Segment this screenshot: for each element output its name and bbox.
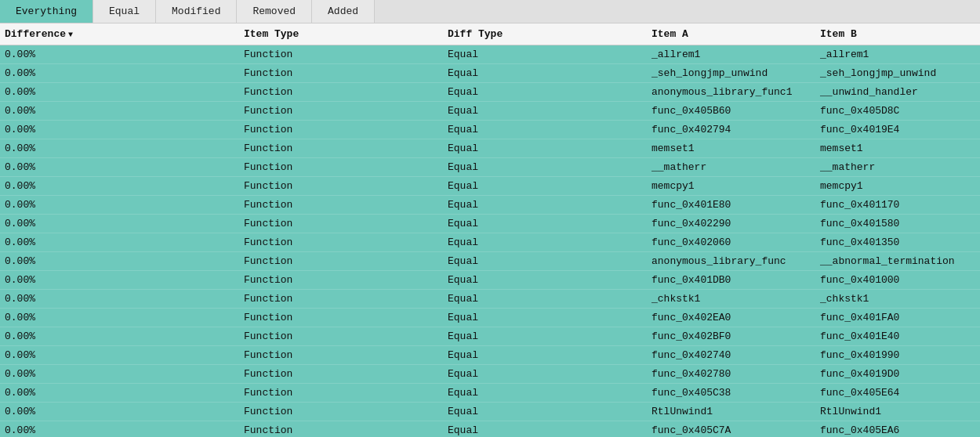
table-row[interactable]: 0.00%FunctionEqualfunc_0x402BF0func_0x40… [0,327,980,346]
cell-item-a: RtlUnwind1 [647,406,815,417]
cell-difference: 0.00% [0,161,239,173]
table-row[interactable]: 0.00%FunctionEqualfunc_0x402290func_0x40… [0,215,980,233]
cell-difference: 0.00% [0,237,239,248]
cell-item-a: _allrem1 [647,49,815,60]
cell-item-type: Function [239,67,443,79]
cell-difference: 0.00% [0,67,239,79]
cell-item-a: __matherr [647,161,815,173]
cell-item-b: _chkstk1 [815,293,980,305]
cell-item-type: Function [239,293,443,305]
cell-item-a: func_0x402794 [647,124,815,135]
table-row[interactable]: 0.00%FunctionEqualfunc_0x405C38func_0x40… [0,384,980,403]
table-row[interactable]: 0.00%FunctionEqualfunc_0x402740func_0x40… [0,346,980,365]
table-row[interactable]: 0.00%FunctionEqualfunc_0x401E80func_0x40… [0,196,980,215]
table-row[interactable]: 0.00%FunctionEqualfunc_0x405C7Afunc_0x40… [0,421,980,437]
cell-diff-type: Equal [443,67,647,79]
column-diff-type[interactable]: Diff Type [443,28,647,40]
cell-item-b: memset1 [815,143,980,154]
cell-difference: 0.00% [0,368,239,380]
cell-difference: 0.00% [0,293,239,305]
column-item-b[interactable]: Item B [815,28,980,40]
table-row[interactable]: 0.00%FunctionEqualfunc_0x402EA0func_0x40… [0,309,980,327]
table-row[interactable]: 0.00%FunctionEqualmemcpy1memcpy1 [0,177,980,196]
cell-difference: 0.00% [0,199,239,211]
column-item-a-label: Item A [652,28,688,40]
table-row[interactable]: 0.00%FunctionEqualfunc_0x402780func_0x40… [0,365,980,384]
tab-modified[interactable]: Modified [156,0,237,23]
cell-item-b: func_0x405D8C [815,105,980,117]
table-row[interactable]: 0.00%FunctionEqualfunc_0x401DB0func_0x40… [0,271,980,290]
table-row[interactable]: 0.00%FunctionEqualanonymous_library_func… [0,252,980,271]
cell-difference: 0.00% [0,49,239,60]
cell-diff-type: Equal [443,406,647,417]
column-difference[interactable]: Difference▼ [0,28,239,40]
cell-item-b: func_0x401350 [815,237,980,248]
cell-difference: 0.00% [0,274,239,286]
cell-diff-type: Equal [443,124,647,135]
cell-item-type: Function [239,255,443,267]
table-row[interactable]: 0.00%FunctionEqualfunc_0x405B60func_0x40… [0,102,980,121]
cell-item-b: __unwind_handler [815,86,980,98]
cell-item-b: func_0x401580 [815,218,980,229]
tabs-bar: EverythingEqualModifiedRemovedAdded [0,0,980,23]
cell-difference: 0.00% [0,143,239,154]
table-row[interactable]: 0.00%FunctionEqualfunc_0x402060func_0x40… [0,233,980,252]
column-item-type[interactable]: Item Type [239,28,443,40]
cell-diff-type: Equal [443,330,647,342]
cell-difference: 0.00% [0,406,239,417]
cell-item-a: func_0x402EA0 [647,312,815,323]
cell-item-type: Function [239,218,443,229]
tab-added[interactable]: Added [312,0,375,23]
cell-item-a: func_0x405B60 [647,105,815,117]
tab-removed[interactable]: Removed [237,0,312,23]
cell-difference: 0.00% [0,312,239,323]
table-row[interactable]: 0.00%FunctionEqual_chkstk1_chkstk1 [0,290,980,309]
cell-item-type: Function [239,199,443,211]
cell-diff-type: Equal [443,293,647,305]
table-row[interactable]: 0.00%FunctionEqualfunc_0x402794func_0x40… [0,121,980,139]
table-row[interactable]: 0.00%FunctionEqual_seh_longjmp_unwind_se… [0,64,980,83]
table-row[interactable]: 0.00%FunctionEqual_allrem1_allrem1 [0,45,980,64]
cell-item-a: func_0x405C38 [647,387,815,399]
cell-difference: 0.00% [0,255,239,267]
table-body: 0.00%FunctionEqual_allrem1_allrem10.00%F… [0,45,980,437]
table-row[interactable]: 0.00%FunctionEqualmemset1memset1 [0,139,980,158]
cell-diff-type: Equal [443,86,647,98]
table-row[interactable]: 0.00%FunctionEqual__matherr__matherr [0,158,980,177]
cell-diff-type: Equal [443,387,647,399]
cell-item-type: Function [239,312,443,323]
cell-diff-type: Equal [443,255,647,267]
cell-item-type: Function [239,180,443,192]
tab-equal[interactable]: Equal [93,0,156,23]
cell-item-b: RtlUnwind1 [815,406,980,417]
cell-item-a: func_0x402780 [647,368,815,380]
cell-difference: 0.00% [0,180,239,192]
column-diff-type-label: Diff Type [448,28,503,40]
table-row[interactable]: 0.00%FunctionEqualRtlUnwind1RtlUnwind1 [0,403,980,421]
sort-indicator: ▼ [68,31,73,39]
cell-item-type: Function [239,387,443,399]
cell-item-a: anonymous_library_func [647,255,815,267]
cell-item-a: memcpy1 [647,180,815,192]
column-item-type-label: Item Type [244,28,299,40]
cell-item-b: func_0x401170 [815,199,980,211]
cell-diff-type: Equal [443,349,647,361]
column-item-b-label: Item B [820,28,857,40]
cell-difference: 0.00% [0,349,239,361]
cell-diff-type: Equal [443,49,647,60]
cell-item-b: func_0x401E40 [815,330,980,342]
tab-everything[interactable]: Everything [0,0,93,23]
cell-item-a: memset1 [647,143,815,154]
cell-item-a: func_0x402290 [647,218,815,229]
column-item-a[interactable]: Item A [647,28,815,40]
cell-item-type: Function [239,124,443,135]
cell-item-type: Function [239,330,443,342]
table-row[interactable]: 0.00%FunctionEqualanonymous_library_func… [0,83,980,102]
cell-item-b: memcpy1 [815,180,980,192]
column-difference-label: Difference [5,28,66,40]
cell-item-type: Function [239,237,443,248]
cell-item-a: func_0x405C7A [647,424,815,436]
cell-diff-type: Equal [443,312,647,323]
cell-item-b: _seh_longjmp_unwind [815,67,980,79]
cell-diff-type: Equal [443,143,647,154]
